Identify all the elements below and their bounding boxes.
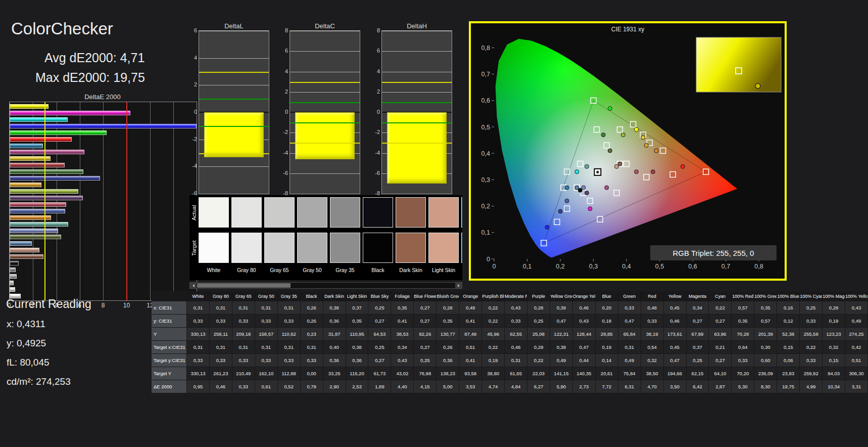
table-cell: 0,31 <box>278 301 301 315</box>
actual-swatch[interactable] <box>199 197 229 228</box>
table-cell: 0,22 <box>482 341 505 354</box>
table-cell: 0,31 <box>187 341 210 354</box>
deltae-plot-area <box>10 102 197 300</box>
target-swatch[interactable] <box>297 233 327 263</box>
column-header: Yellow Green <box>550 291 573 301</box>
column-header: Gray 80 <box>210 291 232 301</box>
actual-swatch[interactable] <box>396 197 426 228</box>
deltae-bar <box>10 111 130 115</box>
axis-tick-label: 8 <box>377 27 380 33</box>
target-swatch[interactable] <box>264 233 295 263</box>
gridline <box>382 194 452 194</box>
table-cell: 0,31 <box>301 341 323 354</box>
column-header: 100% Magenta <box>823 291 845 301</box>
deltae-bar <box>10 117 68 122</box>
table-cell: 110,95 <box>346 328 369 341</box>
table-cell: 0,54 <box>641 341 664 354</box>
gridline <box>199 166 269 167</box>
table-cell: 0,38 <box>323 301 346 315</box>
table-cell: 43,02 <box>391 367 414 380</box>
gridline <box>382 92 452 93</box>
axis-tick-label: 0,1 <box>523 263 532 270</box>
scroll-right-button[interactable] <box>455 283 462 288</box>
column-header: Yellow <box>664 291 687 301</box>
axis-tick-label: -2 <box>283 129 288 135</box>
table-cell: 115,20 <box>346 367 369 380</box>
measured-marker <box>641 136 645 140</box>
swatch-name: Gray 50 <box>294 267 330 273</box>
actual-swatch[interactable] <box>231 197 262 228</box>
table-cell: 0,41 <box>459 354 482 367</box>
scroll-right-arrow-icon <box>458 284 460 287</box>
table-cell: 2,53 <box>346 380 369 393</box>
column-header: 100% Green <box>754 291 777 301</box>
target-swatch[interactable] <box>461 233 462 263</box>
bar-row <box>10 156 197 161</box>
actual-swatch[interactable] <box>461 197 462 228</box>
table-cell: 87,48 <box>459 328 482 341</box>
table-cell: 0,38 <box>550 341 573 354</box>
swatch-name: Gray 80 <box>228 267 265 273</box>
deltae-bar <box>10 241 32 246</box>
table-cell: 31,87 <box>323 328 346 341</box>
table-cell: 82,26 <box>414 328 437 341</box>
table-cell: 0,31 <box>505 354 527 367</box>
scrollbar-thumb[interactable] <box>197 283 291 288</box>
table-cell: 261,23 <box>210 367 232 380</box>
table-cell: 140,35 <box>573 367 596 380</box>
bar-row <box>10 215 197 220</box>
table-cell: 112,88 <box>278 367 301 380</box>
table-cell: 0,19 <box>823 315 845 328</box>
column-header: Cyan <box>709 291 732 301</box>
table-cell: 0,25 <box>800 301 823 315</box>
axis-tick-label: 0,1 <box>481 229 490 236</box>
table-cell: 5,30 <box>732 380 754 393</box>
target-swatch[interactable] <box>231 233 262 263</box>
delta-bar <box>204 112 264 157</box>
axis-tick-label: 8 <box>285 27 288 33</box>
table-cell: 65,84 <box>618 328 641 341</box>
actual-swatch[interactable] <box>330 197 360 228</box>
bar-row <box>10 254 197 259</box>
swatch-scrollbar[interactable] <box>189 282 462 289</box>
table-cell: 0,26 <box>301 301 323 315</box>
deltae-bar <box>10 281 14 285</box>
bar-row <box>10 267 197 272</box>
table-cell: 0,31 <box>255 301 278 315</box>
target-swatch[interactable] <box>396 233 426 263</box>
table-cell: 0,33 <box>800 315 823 328</box>
bar-row <box>10 176 197 181</box>
actual-swatch[interactable] <box>264 197 295 228</box>
deltae-bar <box>10 183 41 187</box>
table-cell: 138,23 <box>437 367 459 380</box>
column-header: 100% Blue <box>777 291 800 301</box>
target-swatch[interactable] <box>330 233 360 263</box>
target-swatch[interactable] <box>363 233 393 263</box>
target-swatch[interactable] <box>199 233 229 263</box>
actual-swatch[interactable] <box>363 197 393 228</box>
table-cell: 38,19 <box>641 328 664 341</box>
deltae-bar <box>10 235 61 239</box>
measured-marker <box>635 170 639 174</box>
actual-swatch[interactable] <box>428 197 459 228</box>
deltae-bar <box>10 169 83 174</box>
bar-row <box>10 248 197 252</box>
axis-tick-label: 0,3 <box>481 176 490 184</box>
table-cell: 0,16 <box>777 301 800 315</box>
table-cell: 2,73 <box>573 380 596 393</box>
target-swatch[interactable] <box>428 233 459 263</box>
table-cell: 33,25 <box>323 367 346 380</box>
current-reading-title: Current Reading <box>6 297 91 311</box>
table-cell: 0,61 <box>255 380 278 393</box>
actual-swatch[interactable] <box>297 197 327 228</box>
table-cell: 0,37 <box>346 301 369 315</box>
gridline <box>382 72 452 72</box>
table-cell: 0,35 <box>346 315 369 328</box>
deltal-chart <box>199 30 269 194</box>
column-header: Purple <box>527 291 550 301</box>
column-header: Magenta <box>687 291 709 301</box>
table-cell: 0,57 <box>754 315 777 328</box>
axis-tick-label: 0,5 <box>655 263 664 270</box>
axis-tick-label: 2 <box>285 88 288 95</box>
measured-marker <box>644 144 648 148</box>
